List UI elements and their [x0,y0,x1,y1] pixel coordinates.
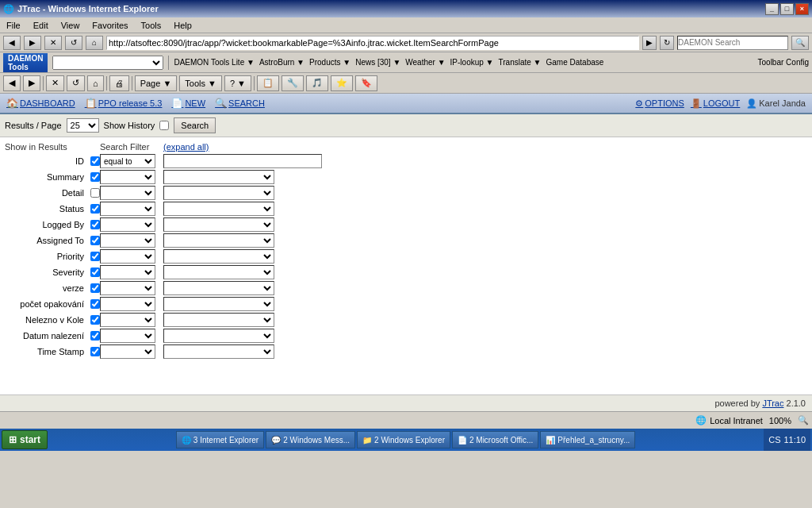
taskbar-item-prehled[interactable]: 📊 Přehled_a_strucny... [540,431,635,448]
jtrac-link[interactable]: JTrac [762,398,783,408]
forward-button[interactable]: ▶ [24,36,41,50]
refresh-btn2[interactable]: ↻ [660,36,674,50]
astroburn[interactable]: AstroBurn ▼ [259,58,304,67]
back-toolbar-btn[interactable]: ◀ [3,75,21,91]
back-button[interactable]: ◀ [3,36,21,50]
pocet-value-select[interactable] [163,297,274,311]
nelezno-value-select[interactable] [163,313,274,327]
minimize-button[interactable]: _ [765,3,779,15]
menu-tools[interactable]: Tools [138,20,165,31]
help-toolbar-btn[interactable]: ? ▼ [224,75,251,91]
go-button[interactable]: ▶ [642,36,657,50]
severity-filter-select[interactable] [100,265,155,279]
timestamp-value-select[interactable] [163,344,274,359]
assigned-to-filter-select[interactable] [100,233,155,248]
datum-checkbox[interactable] [90,331,100,341]
extra-btn4[interactable]: ⭐ [331,75,353,91]
severity-checkbox[interactable] [90,267,100,277]
taskbar-item-office[interactable]: 📄 2 Microsoft Offic... [452,431,538,448]
toolbar-config[interactable]: Toolbar Config [758,58,809,67]
translate[interactable]: Translate ▼ [499,58,542,67]
summary-value-select[interactable] [163,170,274,184]
taskbar-item-explorer[interactable]: 📁 2 Windows Explorer [357,431,450,448]
maximize-button[interactable]: □ [780,3,794,15]
extra-btn3[interactable]: 🎵 [306,75,328,91]
logged-by-value-select[interactable] [163,217,274,232]
menu-help[interactable]: Help [170,20,195,31]
timestamp-checkbox[interactable] [90,347,100,356]
id-filter-input[interactable] [163,154,322,168]
status-filter-select[interactable] [100,202,155,216]
pocet-filter-select[interactable] [100,297,155,311]
nav-search[interactable]: 🔍 SEARCH [215,98,265,109]
menu-view[interactable]: View [58,20,83,31]
menu-edit[interactable]: Edit [30,20,52,31]
close-button[interactable]: × [795,3,809,15]
daemon-tools-lite[interactable]: DAEMON Tools Lite ▼ [174,58,254,67]
taskbar-item-ie[interactable]: 🌐 3 Internet Explorer [176,431,264,448]
menu-favorites[interactable]: Favorites [89,20,131,31]
app-nav: 🏠 DASHBOARD 📋 PPO release 5.3 📄 NEW 🔍 SE… [0,94,812,114]
home-button[interactable]: ⌂ [86,36,103,50]
page-toolbar-btn[interactable]: Page ▼ [135,75,178,91]
logged-by-checkbox[interactable] [90,220,100,229]
refresh-toolbar-btn[interactable]: ↺ [67,75,85,91]
extra-btn1[interactable]: 📋 [257,75,279,91]
game-database[interactable]: Game Database [546,58,604,67]
timestamp-filter-select[interactable] [100,344,155,359]
stop-toolbar-btn[interactable]: ✕ [46,75,64,91]
nav-dashboard[interactable]: 🏠 DASHBOARD [6,98,75,109]
pocet-checkbox[interactable] [90,299,100,309]
nav-options[interactable]: ⚙ OPTIONS [635,98,684,109]
tools-toolbar-btn[interactable]: Tools ▼ [179,75,222,91]
datum-value-select[interactable] [163,329,274,343]
results-per-page-select[interactable]: 25 10 50 100 [67,118,99,133]
id-filter-select[interactable]: equal to contains starts with [100,154,155,168]
verze-filter-select[interactable] [100,281,155,295]
assigned-to-value-select[interactable] [163,233,274,248]
extra-btn2[interactable]: 🔧 [282,75,304,91]
address-input[interactable] [106,36,639,50]
taskbar-item-mess[interactable]: 💬 2 Windows Mess... [266,431,355,448]
weather[interactable]: Weather ▼ [405,58,445,67]
priority-filter-select[interactable] [100,249,155,264]
news[interactable]: News [30] ▼ [355,58,400,67]
start-button[interactable]: ⊞ start [2,430,48,449]
refresh-button[interactable]: ↺ [65,36,82,50]
stop-button[interactable]: ✕ [44,36,62,50]
nav-logout[interactable]: 🚪 LOGOUT [691,98,740,109]
priority-value-select[interactable] [163,249,274,264]
datum-filter-select[interactable] [100,329,155,343]
nav-project[interactable]: 📋 PPO release 5.3 [85,98,163,109]
id-checkbox[interactable] [90,156,100,166]
summary-checkbox[interactable] [90,172,100,182]
print-toolbar-btn[interactable]: 🖨 [109,75,129,91]
ip-lookup[interactable]: IP-lookup ▼ [450,58,494,67]
status-value-select[interactable] [163,202,274,216]
extra-btn5[interactable]: 🔖 [355,75,377,91]
nelezno-checkbox[interactable] [90,315,100,325]
status-checkbox[interactable] [90,204,100,214]
priority-checkbox[interactable] [90,252,100,261]
assigned-to-checkbox[interactable] [90,236,100,245]
logged-by-filter-select[interactable] [100,217,155,232]
verze-value-select[interactable] [163,281,274,295]
forward-toolbar-btn[interactable]: ▶ [23,75,40,91]
severity-value-select[interactable] [163,265,274,279]
detail-filter-select[interactable] [100,186,155,200]
search-button[interactable]: Search [174,117,216,133]
daemon-dropdown[interactable] [52,56,163,70]
detail-value-select[interactable] [163,186,274,200]
nelezno-filter-select[interactable] [100,313,155,327]
detail-checkbox[interactable] [90,188,100,198]
verze-checkbox[interactable] [90,283,100,293]
nav-new[interactable]: 📄 NEW [171,98,205,109]
show-history-checkbox[interactable] [159,121,169,130]
home-toolbar-btn[interactable]: ⌂ [87,75,104,91]
browser-search-button[interactable]: 🔍 [791,36,809,50]
search-input-browser[interactable] [677,36,788,50]
expand-all-link[interactable]: (expand all) [163,142,338,152]
menu-file[interactable]: File [3,20,24,31]
products[interactable]: Products ▼ [309,58,350,67]
summary-filter-select[interactable] [100,170,155,184]
